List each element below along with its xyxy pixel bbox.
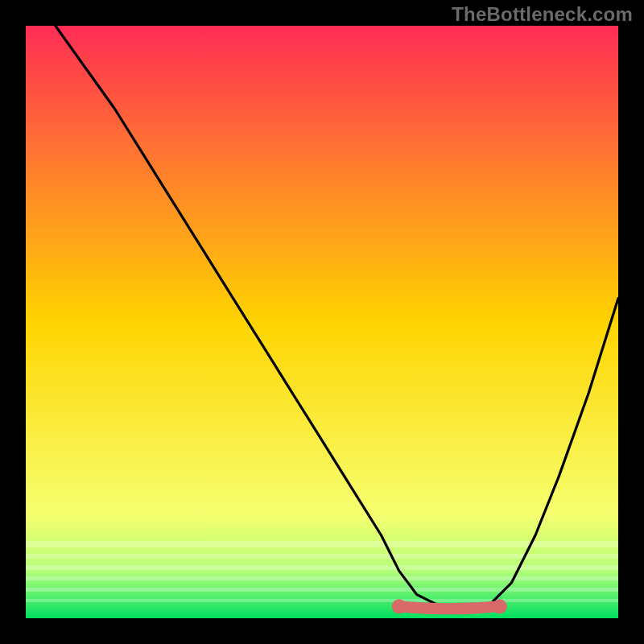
- svg-rect-5: [26, 599, 618, 602]
- svg-rect-4: [26, 588, 618, 592]
- highlight-dot-right: [493, 599, 507, 613]
- plot-area: [26, 26, 618, 618]
- svg-rect-2: [26, 565, 618, 570]
- chart-frame: TheBottleneck.com: [0, 0, 644, 644]
- svg-rect-1: [26, 554, 618, 559]
- highlight-dot-left: [392, 599, 407, 613]
- watermark-text: TheBottleneck.com: [452, 3, 633, 26]
- chart-svg: [26, 26, 618, 618]
- gradient-background: [26, 26, 618, 618]
- highlight-segment: [399, 606, 500, 609]
- svg-rect-3: [26, 576, 618, 580]
